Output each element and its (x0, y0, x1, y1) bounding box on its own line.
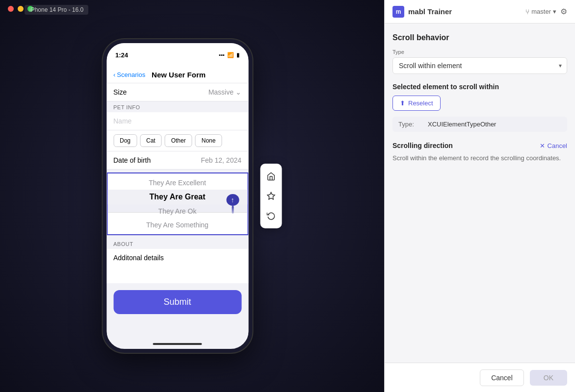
type-select-value: Scroll within element (399, 62, 462, 70)
size-value: Massive ⌄ (209, 88, 241, 96)
dob-row[interactable]: Date of birth Feb 12, 2024 (106, 151, 248, 170)
scrolling-direction-title: Scrolling direction (392, 142, 453, 149)
svg-marker-0 (267, 193, 275, 199)
picker-item-3: They Are Something (107, 218, 247, 232)
wifi-icon: 📶 (227, 52, 234, 58)
cursor-arrow-icon: ↑ (226, 194, 239, 206)
pet-info-header: PET INFO (106, 101, 248, 112)
battery-icon: ▮ (236, 52, 239, 58)
reselect-label: Reselect (408, 99, 433, 107)
chevron-icon: ⌄ (235, 88, 241, 96)
element-type-value: XCUIElementTypeOther (428, 121, 496, 128)
size-label: Size (113, 88, 127, 96)
cancel-scrolling-label: Cancel (548, 142, 567, 149)
right-panel: m mabl Trainer ⑂ master ▾ ⚙ Scroll behav… (384, 0, 575, 392)
dog-button[interactable]: Dog (113, 134, 137, 147)
cursor-tail (232, 206, 234, 214)
cat-button[interactable]: Cat (140, 134, 162, 147)
mabl-logo-icon: m (392, 6, 404, 18)
none-button[interactable]: None (195, 134, 222, 147)
branch-selector[interactable]: ⑂ master ▾ (525, 8, 556, 16)
back-button[interactable]: ‹ Scenarios (113, 71, 145, 78)
history-toolbar-icon[interactable] (262, 207, 280, 224)
phone-frame: 1:24 ▪▪▪ 📶 ▮ ‹ Scenarios New User Form (103, 39, 252, 353)
signal-icon: ▪▪▪ (219, 52, 225, 58)
type-field-group: Type Scroll within element ▾ (392, 49, 567, 74)
scroll-behavior-title: Scroll behavior (392, 33, 567, 42)
right-header: m mabl Trainer ⑂ master ▾ ⚙ (385, 0, 575, 24)
x-icon: ✕ (540, 142, 545, 149)
branch-chevron-icon: ▾ (553, 8, 556, 15)
phone-nav-bar: ‹ Scenarios New User Form (106, 67, 248, 83)
picker-item-0: They Are Excellent (107, 176, 247, 190)
cursor-icon: ⬆ (400, 99, 405, 107)
right-content: Scroll behavior Type Scroll within eleme… (385, 24, 575, 363)
phone-status-bar: 1:24 ▪▪▪ 📶 ▮ (106, 43, 248, 67)
footer-cancel-button[interactable]: Cancel (480, 369, 524, 386)
float-toolbar (260, 164, 282, 228)
reselect-button[interactable]: ⬆ Reselect (392, 96, 441, 111)
selected-element-title: Selected element to scroll within (392, 83, 567, 91)
close-button[interactable] (8, 6, 14, 12)
element-type-row: Type: XCUIElementTypeOther (392, 117, 567, 132)
header-right: ⑂ master ▾ ⚙ (525, 7, 567, 16)
size-row: Size Massive ⌄ (106, 83, 248, 101)
right-footer: Cancel OK (385, 363, 575, 392)
nav-title: New User Form (149, 71, 208, 79)
scrolling-direction-header: Scrolling direction ✕ Cancel (392, 142, 567, 149)
phone-status-icons: ▪▪▪ 📶 ▮ (219, 52, 239, 58)
dob-value: Feb 12, 2024 (201, 156, 241, 164)
scroll-cursor: ↑ (225, 194, 240, 214)
phone-content: Size Massive ⌄ PET INFO Name Dog Cat Oth… (106, 83, 248, 340)
dob-label: Date of birth (113, 156, 151, 164)
other-button[interactable]: Other (165, 134, 192, 147)
pet-type-selector: Dog Cat Other None (106, 130, 248, 151)
home-toolbar-icon[interactable] (262, 168, 280, 185)
branch-icon: ⑂ (525, 8, 529, 16)
device-label: iPhone 14 Pro - 16.0 (25, 5, 88, 15)
edit-toolbar-icon[interactable] (262, 187, 280, 205)
footer-ok-button[interactable]: OK (530, 370, 567, 386)
submit-button[interactable]: Submit (113, 290, 241, 314)
phone-time: 1:24 (115, 51, 128, 59)
name-input[interactable]: Name (106, 112, 248, 130)
about-header: ABOUT (106, 238, 248, 249)
app-name: mabl Trainer (408, 7, 452, 16)
minimize-button[interactable] (18, 6, 24, 12)
scroll-info-text: Scroll within the element to record the … (392, 153, 567, 163)
home-indicator (153, 343, 202, 345)
back-chevron-icon: ‹ (113, 71, 115, 78)
element-type-key: Type: (398, 121, 428, 128)
about-input[interactable]: Additonal details (106, 249, 248, 283)
type-select[interactable]: Scroll within element (393, 58, 567, 74)
back-label: Scenarios (117, 71, 145, 78)
cancel-scrolling-button[interactable]: ✕ Cancel (540, 142, 567, 149)
phone-wrapper: 1:24 ▪▪▪ 📶 ▮ ‹ Scenarios New User Form (103, 39, 252, 353)
mabl-logo: m mabl Trainer (392, 6, 452, 18)
type-field-label: Type (392, 49, 567, 55)
left-panel: iPhone 14 Pro - 16.0 1:24 ▪▪▪ 📶 ▮ ‹ Scen… (0, 0, 384, 392)
branch-name: master (531, 8, 551, 15)
scroll-picker[interactable]: They Are Excellent They Are Great They A… (106, 172, 248, 235)
type-select-wrapper[interactable]: Scroll within element ▾ (392, 57, 567, 74)
settings-icon[interactable]: ⚙ (560, 7, 567, 16)
